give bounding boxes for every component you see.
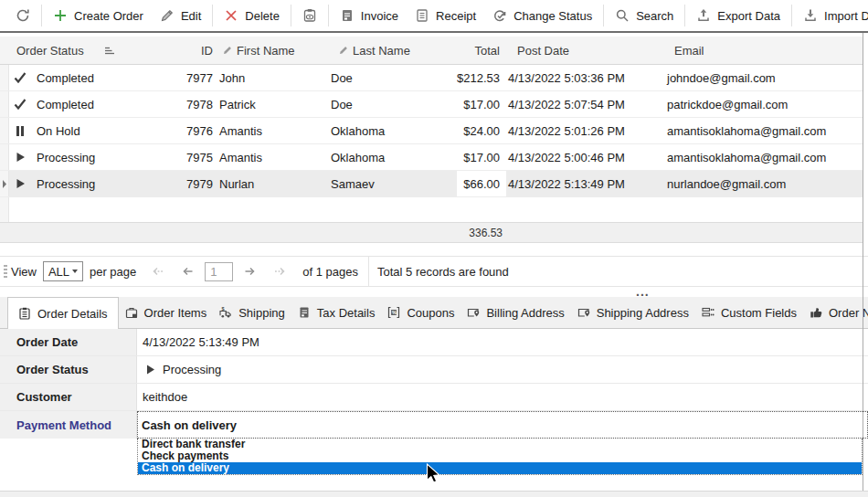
- dropdown-option-selected[interactable]: Cash on delivery: [138, 462, 862, 474]
- play-icon: [12, 178, 28, 189]
- svg-text:%: %: [392, 310, 397, 315]
- arrow-left-icon: [181, 265, 195, 278]
- cell-post-date[interactable]: 4/13/2022 5:13:49 PM: [506, 171, 664, 196]
- customer-input[interactable]: keithdoe: [137, 384, 868, 410]
- pager-grip[interactable]: [4, 265, 7, 279]
- cell-total[interactable]: $17.00: [457, 144, 506, 170]
- tab-billing-address[interactable]: Billing Address: [460, 297, 570, 328]
- column-header-post-date[interactable]: Post Date: [506, 37, 664, 64]
- receipt-button[interactable]: Receipt: [407, 3, 484, 28]
- preview-orders-button[interactable]: [294, 3, 325, 28]
- splitter-grip[interactable]: ...: [636, 284, 650, 299]
- tab-order-items[interactable]: Order Items: [119, 297, 214, 328]
- search-button[interactable]: Search: [607, 3, 682, 28]
- cell-post-date[interactable]: 4/13/2022 5:07:54 PM: [506, 91, 664, 117]
- invoice-button[interactable]: Invoice: [332, 3, 407, 28]
- next-page-button[interactable]: [243, 265, 257, 278]
- order-management-window: Create Order Edit Delete: [0, 0, 868, 497]
- cell-email[interactable]: johndoe@gmail.com: [664, 65, 863, 90]
- cell-email[interactable]: nurlandoe@gmail.com: [664, 171, 863, 196]
- tab-custom-fields[interactable]: Custom Fields: [695, 297, 803, 328]
- tab-shipping-address[interactable]: Shipping Address: [571, 297, 695, 328]
- export-data-button[interactable]: Export Data: [688, 3, 789, 28]
- edit-button[interactable]: Edit: [152, 3, 209, 28]
- table-row[interactable]: Completed 7978 Patrick Doe $17.00 4/13/2…: [0, 91, 863, 118]
- search-label: Search: [636, 9, 673, 23]
- refresh-button[interactable]: [7, 3, 38, 28]
- page-size-combo[interactable]: ALL: [43, 261, 83, 281]
- cell-email[interactable]: patrickdoe@gmail.com: [664, 91, 863, 117]
- cell-first-name[interactable]: Amantis: [217, 118, 327, 143]
- cell-email[interactable]: amantisoklahoma@gmail.com: [664, 144, 863, 170]
- toolbar-separator: [41, 5, 42, 26]
- cell-id[interactable]: 7978: [183, 91, 217, 117]
- tab-order-details[interactable]: Order Details: [7, 297, 119, 329]
- tab-label: Shipping: [238, 306, 285, 320]
- cell-id[interactable]: 7975: [183, 144, 217, 170]
- cell-last-name[interactable]: Doe: [327, 91, 457, 117]
- toolbar-separator: [291, 5, 291, 26]
- table-row[interactable]: On Hold 7976 Amantis Oklahoma $24.00 4/1…: [0, 118, 863, 144]
- cell-id[interactable]: 7977: [183, 65, 217, 90]
- order-date-value[interactable]: 4/13/2022 5:13:49 PM: [137, 329, 868, 355]
- cell-total[interactable]: $17.00: [457, 91, 506, 117]
- tab-shipping[interactable]: $ Shipping: [213, 297, 291, 328]
- payment-method-combo[interactable]: Cash on delivery: [137, 411, 868, 439]
- cell-post-date[interactable]: 4/13/2022 5:00:46 PM: [506, 144, 664, 170]
- cell-order-status[interactable]: Processing: [9, 171, 183, 196]
- tab-order-notes[interactable]: Order Notes: [803, 297, 868, 328]
- cell-id[interactable]: 7976: [183, 118, 217, 143]
- create-order-button[interactable]: Create Order: [45, 3, 152, 28]
- last-page-button[interactable]: [273, 265, 287, 278]
- dropdown-option[interactable]: Direct bank transfer: [138, 439, 862, 450]
- tab-coupons[interactable]: % Coupons: [381, 297, 460, 328]
- cell-first-name[interactable]: John: [217, 65, 327, 90]
- cell-post-date[interactable]: 4/13/2022 5:03:36 PM: [506, 65, 664, 90]
- detail-row-order-status: Order Status Processing: [0, 356, 868, 384]
- clipboard-list-icon: [18, 307, 31, 320]
- previous-page-button[interactable]: [181, 265, 195, 278]
- cell-first-name[interactable]: Amantis: [217, 144, 327, 170]
- table-row[interactable]: Processing 7975 Amantis Oklahoma $17.00 …: [0, 144, 863, 171]
- cell-order-status[interactable]: Completed: [9, 91, 183, 117]
- cell-last-name[interactable]: Doe: [327, 65, 457, 90]
- page-number-input[interactable]: [205, 262, 233, 281]
- column-header-last-name[interactable]: Last Name: [327, 37, 457, 64]
- cell-first-name[interactable]: Nurlan: [217, 171, 327, 196]
- dropdown-option[interactable]: Check payments: [138, 450, 862, 462]
- cell-id[interactable]: 7979: [183, 171, 217, 196]
- change-status-button[interactable]: Change Status: [484, 3, 600, 28]
- summary-total-value: 336.53: [457, 227, 506, 239]
- row-indicator: [0, 91, 9, 117]
- column-header-total[interactable]: Total: [457, 37, 506, 64]
- delete-button[interactable]: Delete: [216, 3, 288, 28]
- cell-total-focused[interactable]: $66.00: [457, 171, 506, 196]
- cell-first-name[interactable]: Patrick: [217, 91, 327, 117]
- cell-email[interactable]: amantisoklahoma@gmail.com: [664, 118, 863, 143]
- column-header-order-status[interactable]: Order Status: [0, 37, 183, 64]
- cell-total[interactable]: $24.00: [457, 118, 506, 143]
- mouse-cursor: [426, 463, 440, 485]
- cell-last-name[interactable]: Samaev: [327, 171, 457, 196]
- cell-order-status[interactable]: Processing: [9, 144, 183, 170]
- first-page-button[interactable]: [151, 265, 164, 278]
- order-status-value[interactable]: Processing: [137, 356, 868, 383]
- pager-view-label: View: [11, 265, 37, 279]
- column-header-first-name[interactable]: First Name: [217, 37, 327, 64]
- cell-last-name[interactable]: Oklahoma: [327, 144, 457, 170]
- cell-order-status[interactable]: Completed: [9, 65, 183, 90]
- cell-last-name[interactable]: Oklahoma: [327, 118, 457, 143]
- focused-row-arrow-icon: [2, 180, 7, 188]
- cell-post-date[interactable]: 4/13/2022 5:01:26 PM: [506, 118, 664, 143]
- address-card-icon: [577, 306, 590, 319]
- page-size-value: ALL: [48, 265, 69, 279]
- import-data-button[interactable]: Import Data: [795, 3, 868, 28]
- column-header-id[interactable]: ID: [183, 37, 217, 64]
- panel-splitter[interactable]: ...: [0, 287, 868, 297]
- column-header-email[interactable]: Email: [664, 37, 863, 64]
- cell-order-status[interactable]: On Hold: [9, 118, 183, 143]
- cell-total[interactable]: $212.53: [457, 65, 506, 90]
- table-row[interactable]: Completed 7977 John Doe $212.53 4/13/202…: [0, 65, 863, 91]
- table-row-selected[interactable]: Processing 7979 Nurlan Samaev $66.00 4/1…: [0, 171, 863, 197]
- tab-tax-details[interactable]: Tax Details: [291, 297, 382, 328]
